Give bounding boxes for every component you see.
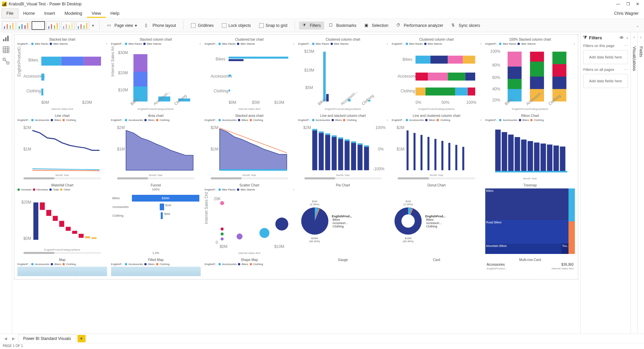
svg-rect-86: [552, 52, 566, 64]
report-canvas[interactable]: Stacked bar chart EnglishP...Bike RacksB…: [14, 34, 578, 279]
viz-clustered-bar[interactable]: Clustered bar chart EnglishP...Bike Rack…: [204, 37, 295, 111]
viz-gauge[interactable]: Gauge: [297, 257, 389, 277]
theme-swatch-5[interactable]: [61, 21, 75, 30]
viz-area[interactable]: Area chart EnglishP...AccessoriesBikesCl…: [110, 113, 202, 180]
menu-modeling[interactable]: Modeling: [60, 9, 87, 18]
expand-left-icon[interactable]: ‹: [640, 35, 642, 40]
performance-analyzer-button[interactable]: ⏱Performance analyzer: [393, 21, 446, 30]
page-tab-1[interactable]: Power BI Standard Visuals: [18, 335, 76, 342]
tab-scroll-right-icon[interactable]: ▶: [10, 336, 17, 341]
filters-on-all-dropzone[interactable]: Add data fields here: [583, 74, 628, 88]
viz-treemap[interactable]: Treemap Bikes Road Bikes Mountain Bikes …: [484, 182, 576, 255]
svg-point-164: [220, 237, 224, 241]
data-view-icon[interactable]: [3, 46, 9, 53]
viz-pie[interactable]: Pie Chart $1M(2.39%) $28M(96.46%) Englis…: [297, 182, 389, 255]
svg-rect-105: [312, 130, 317, 170]
svg-rect-2: [7, 36, 8, 41]
menu-help[interactable]: Help: [106, 9, 124, 18]
selection-button[interactable]: ▣Selection: [361, 21, 392, 30]
viz-scrollbar[interactable]: [23, 252, 101, 254]
legend-more-icon[interactable]: ›: [293, 42, 294, 45]
theme-swatch-4[interactable]: [46, 21, 60, 30]
legend-more-icon[interactable]: ›: [106, 42, 107, 45]
svg-text:Clothing: Clothing: [213, 89, 228, 93]
viz-clustered-column-2[interactable]: Clustered column chart EnglishP...Bike R…: [391, 37, 482, 111]
snap-to-grid-checkbox[interactable]: Snap to grid: [256, 22, 291, 29]
viz-scrollbar[interactable]: [117, 177, 195, 179]
viz-filled-map[interactable]: Filled Map EnglishP...AccessoriesBikesCl…: [110, 257, 202, 277]
svg-point-172: [402, 214, 415, 228]
bookmarks-button[interactable]: ☐Bookmarks: [326, 21, 360, 30]
theme-swatch-2[interactable]: [17, 21, 30, 30]
viz-stacked-column[interactable]: Stacked column chart EnglishP...Bike Rac…: [110, 37, 202, 111]
viz-scrollbar[interactable]: [398, 177, 475, 179]
viz-100-stacked-column[interactable]: 100% Stacked column chart EnglishP...Bik…: [484, 37, 576, 111]
viz-scrollbar[interactable]: [304, 177, 382, 179]
menu-view[interactable]: View: [87, 9, 106, 18]
lock-objects-checkbox[interactable]: Lock objects: [218, 22, 254, 29]
add-page-button[interactable]: +: [78, 335, 86, 342]
fields-pane-tab[interactable]: Fields: [639, 46, 643, 57]
svg-point-167: [275, 218, 288, 231]
svg-rect-109: [338, 139, 343, 170]
visualizations-pane-tab[interactable]: Visualizations: [632, 46, 637, 71]
svg-rect-107: [325, 135, 330, 170]
menu-home[interactable]: Home: [18, 9, 40, 18]
viz-line[interactable]: Line chart EnglishP...AccessoriesBikesCl…: [16, 113, 108, 180]
viz-donut[interactable]: Donut Chart $1M(2.39%) $28M(96.46%) Engl…: [391, 182, 482, 255]
legend-more-icon[interactable]: ›: [480, 42, 481, 45]
legend-more-icon[interactable]: ›: [387, 42, 388, 45]
gridlines-checkbox[interactable]: Gridlines: [188, 22, 217, 29]
legend-more-icon[interactable]: ›: [200, 42, 201, 45]
collapse-icon[interactable]: ›: [627, 35, 628, 40]
menu-insert[interactable]: Insert: [40, 9, 60, 18]
legend-more-icon[interactable]: ›: [574, 42, 575, 45]
viz-clustered-column[interactable]: Clustered column chart EnglishP...Bike R…: [297, 37, 389, 111]
tab-scroll-left-icon[interactable]: ◀: [2, 336, 9, 341]
viz-card[interactable]: Card: [391, 257, 482, 277]
report-view-icon[interactable]: [3, 35, 9, 42]
model-view-icon[interactable]: [3, 58, 9, 64]
signed-in-user[interactable]: Chris Wagner: [614, 11, 643, 16]
viz-scrollbar[interactable]: [23, 177, 101, 179]
menu-file[interactable]: File: [1, 8, 18, 18]
svg-rect-56: [431, 56, 448, 64]
maximize-icon[interactable]: ❐: [626, 2, 630, 6]
svg-text:Bikes: Bikes: [403, 57, 412, 62]
phone-layout-button[interactable]: ▯Phone layout: [142, 21, 179, 30]
eye-icon[interactable]: 👁: [620, 35, 624, 40]
viz-stacked-area[interactable]: Stacked area chart EnglishP...Accessorie…: [204, 113, 295, 180]
expand-left-icon[interactable]: ‹: [634, 35, 635, 40]
viz-funnel[interactable]: Funnel 100% Bikes$28M Accessories$1M Clo…: [110, 182, 202, 255]
viz-scatter[interactable]: Scatter Chart EnglishP...Bike RacksBike …: [204, 182, 295, 255]
svg-rect-118: [338, 137, 343, 139]
svg-point-162: [220, 227, 224, 230]
more-icon[interactable]: ⋯: [624, 68, 628, 72]
ribbon-expand-icon[interactable]: ⌄: [633, 23, 642, 28]
more-icon[interactable]: ⋯: [624, 44, 628, 48]
viz-shape-map[interactable]: Shape Map EnglishP...AccessoriesBikesClo…: [204, 257, 295, 277]
filters-pane-button[interactable]: ⧩Filters: [299, 21, 324, 30]
report-canvas-wrap[interactable]: Stacked bar chart EnglishP...Bike RacksB…: [12, 32, 580, 334]
viz-scrollbar[interactable]: [211, 177, 288, 179]
svg-text:$1M: $1M: [117, 146, 125, 151]
sync-slicers-button[interactable]: ⇅Sync slicers: [448, 21, 484, 30]
viz-waterfall[interactable]: Waterfall Chart IncreaseDecreaseTotalOth…: [16, 182, 108, 255]
page-view-button[interactable]: ▭Page view▾: [104, 21, 140, 30]
close-icon[interactable]: ✕: [636, 2, 639, 6]
viz-stacked-bar[interactable]: Stacked bar chart EnglishP...Bike RacksB…: [16, 37, 108, 111]
svg-rect-152: [59, 221, 64, 227]
viz-line-stacked-column[interactable]: Line and stacked column chart EnglishP..…: [297, 113, 389, 180]
theme-swatch-6[interactable]: [76, 21, 89, 30]
theme-swatch-3-selected[interactable]: [32, 21, 45, 30]
viz-line-clustered-column[interactable]: Line and clustered column chart EnglishP…: [391, 113, 482, 180]
filters-on-page-dropzone[interactable]: Add data fields here: [583, 50, 628, 64]
viz-map[interactable]: Map EnglishP...AccessoriesBikesClothing: [16, 257, 108, 277]
svg-rect-121: [357, 143, 362, 145]
minimize-icon[interactable]: —: [616, 2, 620, 6]
theme-dropdown-icon[interactable]: ▾: [91, 23, 95, 28]
viz-multirow-card[interactable]: Multi-row Card Accessories$39,360 Englis…: [484, 257, 576, 277]
ribbon-view: ▾ ▭Page view▾ ▯Phone layout Gridlines Lo…: [0, 19, 644, 32]
viz-ribbon-chart[interactable]: Ribon Chart EnglishP...AccessoriesBikesC…: [484, 113, 576, 180]
theme-swatch-1[interactable]: [2, 21, 15, 30]
